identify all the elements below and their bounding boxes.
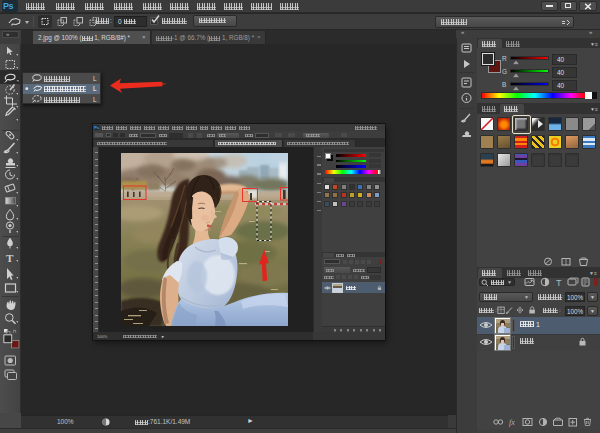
svg-text:T: T: [556, 278, 562, 288]
svg-text:fx: fx: [509, 418, 515, 427]
svg-text:T: T: [6, 252, 14, 264]
